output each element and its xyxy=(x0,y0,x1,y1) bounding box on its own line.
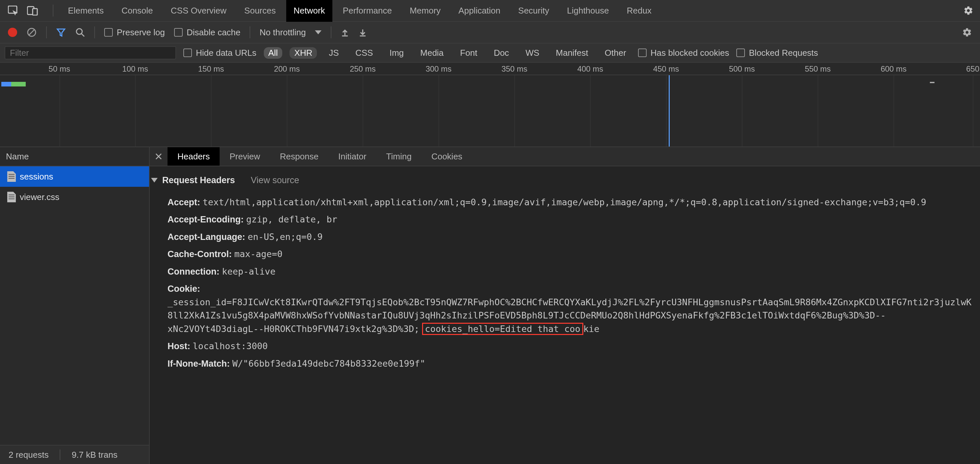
inspect-element-icon[interactable] xyxy=(8,6,19,16)
filter-row: Hide data URLs All XHR JS CSS Img Media … xyxy=(0,43,980,63)
divider xyxy=(94,26,95,38)
record-button[interactable] xyxy=(8,28,17,37)
hide-data-urls-label: Hide data URLs xyxy=(196,48,256,58)
timeline-end-marker xyxy=(930,82,934,83)
timeline-request-bar xyxy=(1,82,11,86)
request-row-viewer-css[interactable]: viewer.css xyxy=(0,187,149,207)
tab-performance[interactable]: Performance xyxy=(343,0,392,22)
filter-type-manifest[interactable]: Manifest xyxy=(551,47,593,59)
status-bar: 2 requests 9.7 kB trans xyxy=(0,445,150,464)
search-icon[interactable] xyxy=(75,27,85,37)
filter-type-xhr[interactable]: XHR xyxy=(290,47,317,59)
svg-line-4 xyxy=(29,30,34,35)
filter-type-ws[interactable]: WS xyxy=(521,47,544,59)
headers-body[interactable]: Request Headers View source Accept: text… xyxy=(150,166,980,445)
tab-console[interactable]: Console xyxy=(121,0,153,22)
checkbox-icon xyxy=(638,48,647,57)
view-source-link[interactable]: View source xyxy=(251,174,299,187)
blocked-requests-checkbox[interactable]: Blocked Requests xyxy=(736,48,818,58)
checkbox-icon xyxy=(174,28,183,37)
filter-type-doc[interactable]: Doc xyxy=(489,47,514,59)
status-transfer-size: 9.7 kB trans xyxy=(72,450,118,460)
header-name: Accept-Encoding: xyxy=(167,215,244,225)
divider xyxy=(53,5,53,16)
disable-cache-checkbox[interactable]: Disable cache xyxy=(174,27,240,38)
detail-tab-response[interactable]: Response xyxy=(270,147,328,166)
checkbox-icon xyxy=(104,28,113,37)
header-value: localhost:3000 xyxy=(193,341,268,351)
request-row-sessions[interactable]: sessions xyxy=(0,166,149,187)
header-accept-encoding: Accept-Encoding: gzip, deflate, br xyxy=(150,211,980,228)
throttling-select[interactable]: No throttling xyxy=(259,27,321,38)
device-toolbar-icon[interactable] xyxy=(27,6,38,16)
detail-tab-cookies[interactable]: Cookies xyxy=(422,147,472,166)
detail-tabs: Headers Preview Response Initiator Timin… xyxy=(150,147,980,166)
timeline-request-bar xyxy=(11,82,26,86)
upload-har-icon[interactable] xyxy=(340,28,349,37)
header-cache-control: Cache-Control: max-age=0 xyxy=(150,246,980,263)
filter-type-media[interactable]: Media xyxy=(416,47,449,59)
tab-network[interactable]: Network xyxy=(286,0,332,22)
tab-css-overview[interactable]: CSS Overview xyxy=(171,0,226,22)
detail-tab-initiator[interactable]: Initiator xyxy=(328,147,376,166)
tab-lighthouse[interactable]: Lighthouse xyxy=(567,0,609,22)
divider xyxy=(60,450,60,460)
svg-rect-2 xyxy=(33,9,37,15)
close-detail-icon[interactable] xyxy=(150,147,167,166)
chevron-down-icon xyxy=(315,30,321,34)
header-value: keep-alive xyxy=(222,266,276,277)
filter-funnel-icon[interactable] xyxy=(56,27,66,37)
header-if-none-match: If-None-Match: W/"66bbf3eda149debc784b83… xyxy=(150,355,980,373)
has-blocked-cookies-checkbox[interactable]: Has blocked cookies xyxy=(638,48,729,58)
filter-type-font[interactable]: Font xyxy=(455,47,482,59)
tab-memory[interactable]: Memory xyxy=(410,0,441,22)
hide-data-urls-checkbox[interactable]: Hide data URLs xyxy=(183,48,256,58)
tab-redux[interactable]: Redux xyxy=(627,0,652,22)
settings-gear-icon[interactable] xyxy=(964,6,974,16)
download-har-icon[interactable] xyxy=(358,28,367,37)
header-value: max-age=0 xyxy=(234,249,283,259)
timeline-tick: 550 ms xyxy=(805,63,831,75)
network-settings-gear-icon[interactable] xyxy=(962,27,972,37)
tab-sources[interactable]: Sources xyxy=(244,0,276,22)
header-value: gzip, deflate, br xyxy=(246,214,337,225)
cookie-highlight: cookies_hello=Edited that coo xyxy=(422,323,583,335)
request-list-header[interactable]: Name xyxy=(0,147,149,166)
header-accept: Accept: text/html,application/xhtml+xml,… xyxy=(150,194,980,211)
filter-type-all[interactable]: All xyxy=(264,47,283,59)
detail-tab-preview[interactable]: Preview xyxy=(220,147,270,166)
main-tab-list: Elements Console CSS Overview Sources Ne… xyxy=(68,0,949,22)
timeline-tick: 200 ms xyxy=(274,63,300,75)
document-file-icon xyxy=(7,192,16,202)
header-name: Cache-Control: xyxy=(167,249,232,259)
network-timeline[interactable]: 50 ms 100 ms 150 ms 200 ms 250 ms 300 ms… xyxy=(0,63,980,147)
status-request-count: 2 requests xyxy=(9,450,48,460)
throttling-label: No throttling xyxy=(259,27,305,38)
section-title-label: Request Headers xyxy=(162,174,235,187)
divider xyxy=(250,26,250,38)
timeline-tick: 300 ms xyxy=(426,63,452,75)
timeline-tick: 150 ms xyxy=(198,63,224,75)
document-file-icon xyxy=(7,171,16,182)
clear-icon[interactable] xyxy=(26,27,37,38)
filter-type-img[interactable]: Img xyxy=(385,47,408,59)
preserve-log-checkbox[interactable]: Preserve log xyxy=(104,27,165,38)
detail-tab-timing[interactable]: Timing xyxy=(376,147,422,166)
header-accept-language: Accept-Language: en-US,en;q=0.9 xyxy=(150,228,980,246)
request-headers-section[interactable]: Request Headers View source xyxy=(150,171,980,194)
timeline-ruler: 50 ms 100 ms 150 ms 200 ms 250 ms 300 ms… xyxy=(0,63,980,75)
timeline-tick: 600 ms xyxy=(881,63,907,75)
timeline-tick: 50 ms xyxy=(48,63,70,75)
blocked-requests-label: Blocked Requests xyxy=(749,48,818,58)
tab-security[interactable]: Security xyxy=(519,0,549,22)
header-name: Accept: xyxy=(167,197,200,207)
tab-elements[interactable]: Elements xyxy=(68,0,103,22)
filter-type-js[interactable]: JS xyxy=(324,47,343,59)
filter-input[interactable] xyxy=(5,46,176,59)
detail-tab-headers[interactable]: Headers xyxy=(167,147,220,166)
header-value: en-US,en;q=0.9 xyxy=(248,232,323,242)
tab-application[interactable]: Application xyxy=(458,0,500,22)
filter-type-other[interactable]: Other xyxy=(600,47,631,59)
inspect-tools xyxy=(8,6,38,16)
filter-type-css[interactable]: CSS xyxy=(351,47,377,59)
